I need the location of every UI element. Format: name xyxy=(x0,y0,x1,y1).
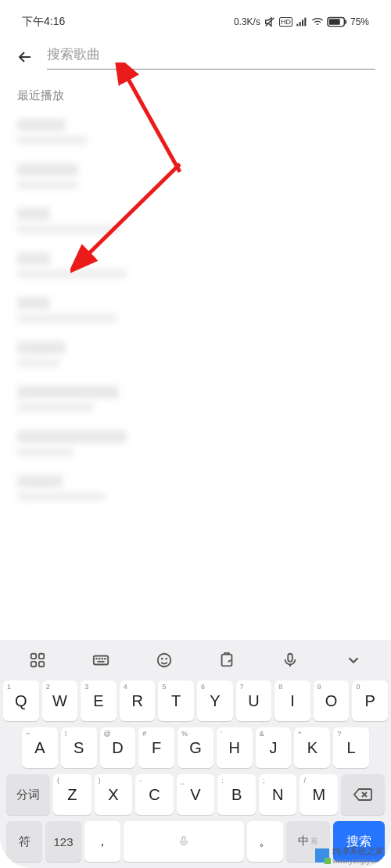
song-title-redacted xyxy=(17,386,119,398)
recent-songs-list xyxy=(0,111,391,512)
grid-icon xyxy=(29,652,46,669)
section-title-recent: 最近播放 xyxy=(0,70,391,111)
backspace-icon xyxy=(353,787,373,802)
kb-tool-emoji[interactable] xyxy=(149,645,180,676)
svg-point-23 xyxy=(161,659,162,659)
key-d[interactable]: @D xyxy=(100,727,136,768)
key-k[interactable]: *K xyxy=(294,727,330,768)
svg-point-19 xyxy=(102,659,102,659)
key-l[interactable]: ?L xyxy=(333,727,369,768)
hd-icon: HD xyxy=(279,17,292,27)
wifi-icon xyxy=(311,16,324,28)
svg-rect-30 xyxy=(182,837,185,842)
svg-rect-7 xyxy=(345,20,346,24)
mute-icon xyxy=(264,16,276,28)
number-key[interactable]: 123 xyxy=(45,821,81,862)
list-item[interactable] xyxy=(17,245,374,289)
song-subtitle-redacted xyxy=(17,136,88,145)
key-w[interactable]: 2W xyxy=(42,680,78,721)
mic-icon xyxy=(282,652,299,669)
svg-point-24 xyxy=(166,659,167,659)
key-x[interactable]: )X xyxy=(95,774,133,815)
clipboard-icon xyxy=(218,652,235,669)
key-s[interactable]: !S xyxy=(61,727,97,768)
key-m[interactable]: /M xyxy=(300,774,338,815)
status-speed: 0.3K/s xyxy=(234,16,260,27)
song-subtitle-redacted xyxy=(17,448,74,456)
key-t[interactable]: 5T xyxy=(158,680,194,721)
status-time: 下午4:16 xyxy=(22,15,65,29)
list-item[interactable] xyxy=(17,378,374,423)
key-i[interactable]: 8I xyxy=(274,680,310,721)
kb-tool-voice[interactable] xyxy=(274,645,306,676)
key-f[interactable]: #F xyxy=(138,727,174,768)
song-title-redacted xyxy=(17,163,78,176)
song-subtitle-redacted xyxy=(17,270,127,278)
svg-rect-12 xyxy=(31,654,36,659)
song-title-redacted xyxy=(17,297,50,309)
key-a[interactable]: ~A xyxy=(22,727,58,768)
song-subtitle-redacted xyxy=(17,225,119,234)
key-q[interactable]: 1Q xyxy=(3,680,39,721)
list-item[interactable] xyxy=(17,334,374,378)
song-subtitle-redacted xyxy=(17,314,117,323)
kb-tool-grid[interactable] xyxy=(22,645,53,676)
key-h[interactable]: 'H xyxy=(217,727,253,768)
svg-point-17 xyxy=(96,659,97,659)
key-z[interactable]: (Z xyxy=(53,774,91,815)
key-r[interactable]: 4R xyxy=(120,680,156,721)
key-c[interactable]: -C xyxy=(135,774,174,815)
svg-rect-15 xyxy=(39,662,44,666)
song-title-redacted xyxy=(17,252,50,265)
key-u[interactable]: 7U xyxy=(236,680,272,721)
song-title-redacted xyxy=(17,475,63,488)
key-v[interactable]: _V xyxy=(177,774,215,815)
fenci-key[interactable]: 分词 xyxy=(6,774,50,815)
key-g[interactable]: %G xyxy=(178,727,213,768)
backspace-key[interactable] xyxy=(341,774,385,815)
emoji-icon xyxy=(156,652,173,669)
svg-point-20 xyxy=(105,659,106,659)
kb-tool-collapse[interactable] xyxy=(338,645,369,676)
mic-small-icon xyxy=(178,835,190,848)
space-key[interactable] xyxy=(124,821,244,862)
list-item[interactable] xyxy=(17,200,374,245)
list-item[interactable] xyxy=(17,467,374,512)
watermark-logo-icon xyxy=(315,848,329,863)
svg-rect-14 xyxy=(31,662,36,666)
list-item[interactable] xyxy=(17,111,374,155)
keyboard-row-1: 1Q2W3E4R5T6Y7U8I9O0P xyxy=(3,680,388,721)
list-item[interactable] xyxy=(17,423,374,467)
kb-tool-keyboard[interactable] xyxy=(85,645,117,676)
key-o[interactable]: 9O xyxy=(314,680,350,721)
svg-rect-13 xyxy=(39,654,44,659)
svg-rect-6 xyxy=(329,19,340,24)
list-item[interactable] xyxy=(17,155,374,200)
song-title-redacted xyxy=(17,341,66,354)
period-key[interactable]: 。 xyxy=(247,821,283,862)
song-title-redacted xyxy=(17,119,66,131)
keyboard-row-2: ~A!S@D#F%G'H&J*K?L xyxy=(3,727,388,768)
song-subtitle-redacted xyxy=(17,492,105,501)
search-input[interactable] xyxy=(47,44,375,70)
list-item[interactable] xyxy=(17,289,374,334)
key-p[interactable]: 0P xyxy=(352,680,388,721)
search-row xyxy=(0,38,391,70)
svg-point-22 xyxy=(157,654,170,667)
back-button[interactable] xyxy=(16,48,34,66)
keyboard-icon xyxy=(91,652,110,669)
kb-tool-clipboard[interactable] xyxy=(211,645,242,676)
key-j[interactable]: &J xyxy=(256,727,292,768)
svg-rect-1 xyxy=(296,24,298,27)
battery-percent: 75% xyxy=(350,16,369,27)
status-bar: 下午4:16 0.3K/s HD 75% xyxy=(0,6,391,38)
key-n[interactable]: ;N xyxy=(259,774,297,815)
key-e[interactable]: 3E xyxy=(81,680,117,721)
battery-icon xyxy=(327,16,347,27)
comma-key[interactable]: ， xyxy=(84,821,120,862)
key-b[interactable]: :B xyxy=(217,774,256,815)
song-subtitle-redacted xyxy=(17,180,78,189)
svg-rect-16 xyxy=(94,656,108,665)
symbol-key[interactable]: 符 xyxy=(6,821,42,862)
key-y[interactable]: 6Y xyxy=(197,680,233,721)
